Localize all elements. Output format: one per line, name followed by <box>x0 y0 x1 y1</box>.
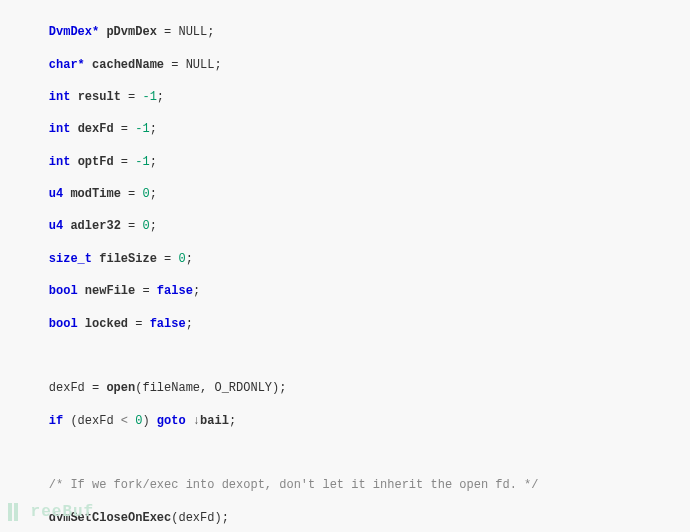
code-line <box>20 348 690 364</box>
code-line: DvmDex* pDvmDex = NULL; <box>20 24 690 40</box>
code-snippet: DvmDex* pDvmDex = NULL; char* cachedName… <box>20 8 690 532</box>
code-line: u4 modTime = 0; <box>20 186 690 202</box>
code-line: dvmSetCloseOnExec(dexFd); <box>20 510 690 526</box>
code-line: size_t fileSize = 0; <box>20 251 690 267</box>
code-line: int result = -1; <box>20 89 690 105</box>
code-line: int dexFd = -1; <box>20 121 690 137</box>
code-line: dexFd = open(fileName, O_RDONLY); <box>20 380 690 396</box>
code-line: if (dexFd < 0) goto ↓bail; <box>20 413 690 429</box>
code-line: bool locked = false; <box>20 316 690 332</box>
code-line: char* cachedName = NULL; <box>20 57 690 73</box>
comment-line: /* If we fork/exec into dexopt, don't le… <box>20 477 690 493</box>
code-line <box>20 445 690 461</box>
code-line: bool newFile = false; <box>20 283 690 299</box>
code-line: int optFd = -1; <box>20 154 690 170</box>
code-line: u4 adler32 = 0; <box>20 218 690 234</box>
